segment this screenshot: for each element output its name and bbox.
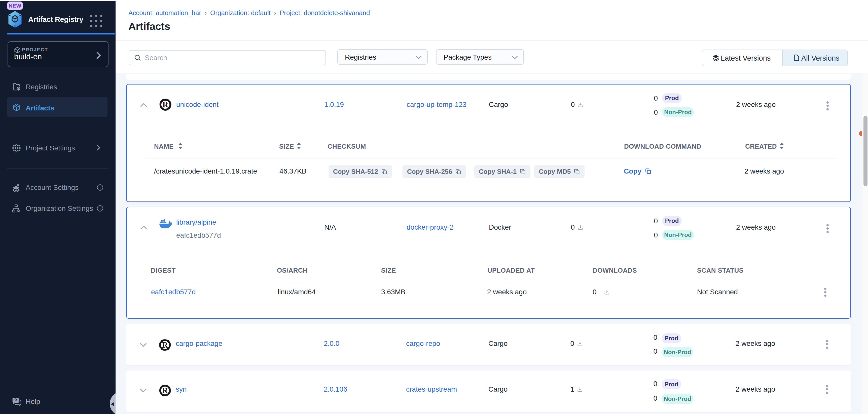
svg-text:R: R — [162, 340, 168, 349]
svg-text:R: R — [162, 100, 169, 109]
svg-text:R: R — [162, 386, 168, 395]
